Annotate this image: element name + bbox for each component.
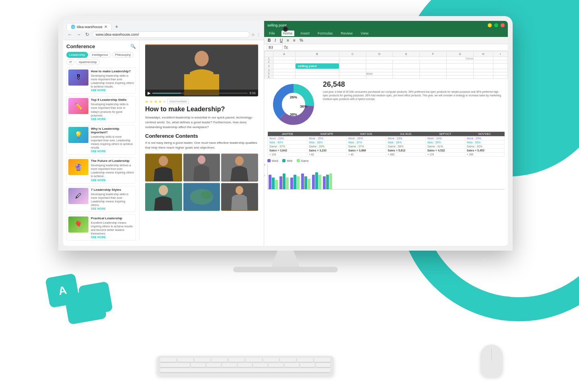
cell-f6[interactable] bbox=[420, 76, 447, 79]
cell-sales-jul[interactable]: Sales = 5,612 bbox=[386, 149, 425, 153]
cell-b1[interactable] bbox=[295, 57, 339, 60]
cell-work-jul[interactable]: Work : 23% bbox=[386, 137, 425, 141]
cell-sales-jan[interactable]: Sales = 3,842 bbox=[268, 149, 307, 153]
menu-icon[interactable]: ⋮ bbox=[257, 33, 261, 37]
see-more-2[interactable]: SEE MORE bbox=[91, 118, 134, 120]
cell-d1[interactable] bbox=[366, 57, 446, 60]
col-header-b[interactable]: B bbox=[295, 51, 339, 57]
cell-i1[interactable] bbox=[493, 57, 508, 60]
cell-web-mar[interactable]: Web : 36% bbox=[307, 141, 347, 145]
cell-web-nov[interactable]: Web : 39% bbox=[465, 141, 504, 145]
ribbon-tab-review[interactable]: Review bbox=[339, 31, 355, 36]
cell-work-jan[interactable]: Work : 23% bbox=[268, 137, 307, 141]
video-progress-bar[interactable] bbox=[152, 93, 248, 94]
cell-e2[interactable] bbox=[393, 60, 420, 63]
ribbon-tab-formulas[interactable]: Formulas bbox=[316, 31, 335, 36]
cell-g5[interactable] bbox=[447, 72, 474, 76]
list-item[interactable]: ✏️ Top 5 Leadership Skills Developing le… bbox=[66, 96, 136, 122]
see-more-4[interactable]: SEE MORE bbox=[91, 179, 134, 182]
cell-i3[interactable] bbox=[493, 63, 508, 69]
cell-reference[interactable]: B3 bbox=[267, 45, 283, 50]
cell-e4[interactable] bbox=[393, 69, 420, 72]
cell-a6[interactable] bbox=[273, 76, 295, 79]
video-controls[interactable]: ▶ 2:11 bbox=[145, 90, 258, 96]
cell-f4[interactable] bbox=[420, 69, 447, 72]
address-bar[interactable]: www.idea-warehouse.com/ bbox=[92, 31, 250, 38]
cell-web-may[interactable]: Web : 37% bbox=[347, 141, 386, 145]
cell-c5[interactable] bbox=[339, 72, 366, 76]
cell-sales-sep[interactable]: Sales = 4,522 bbox=[425, 149, 465, 153]
cell-f2[interactable] bbox=[420, 60, 447, 63]
list-item[interactable]: 🔮 The Future of Leadership Developing le… bbox=[66, 157, 136, 183]
cell-change-may[interactable]: + 43 bbox=[347, 153, 386, 157]
col-header-i[interactable]: I bbox=[493, 51, 508, 57]
cell-b2[interactable] bbox=[295, 60, 339, 63]
cell-game-may[interactable]: Game : 37% bbox=[347, 145, 386, 149]
cell-g4[interactable] bbox=[447, 69, 474, 72]
cell-b5[interactable] bbox=[295, 72, 339, 76]
ribbon-tab-home[interactable]: Home bbox=[281, 31, 294, 36]
cell-work-nov[interactable]: Work : 29% bbox=[465, 137, 504, 141]
cell-work-sep[interactable]: Work : 24% bbox=[425, 137, 465, 141]
col-header-d[interactable]: D bbox=[366, 51, 393, 57]
cell-sales-mar[interactable]: Sales = 3,233 bbox=[307, 149, 347, 153]
cell-a2[interactable] bbox=[273, 60, 295, 63]
cell-f3[interactable] bbox=[420, 63, 447, 69]
cell-d5[interactable]: Work bbox=[366, 72, 393, 76]
cell-c6[interactable] bbox=[339, 76, 366, 79]
cell-h2[interactable] bbox=[473, 60, 493, 63]
cell-d2[interactable] bbox=[366, 60, 393, 63]
main-video[interactable]: ▶ 2:11 bbox=[145, 44, 258, 96]
percent-btn[interactable]: % bbox=[298, 38, 304, 43]
filter-tag-intelligence[interactable]: Intelligence bbox=[89, 52, 111, 58]
cell-web-jan[interactable]: Web : 40% bbox=[268, 141, 307, 145]
filter-tag-philosophy[interactable]: Philosophy bbox=[112, 52, 133, 58]
close-btn[interactable] bbox=[501, 23, 505, 27]
col-header-a[interactable]: A bbox=[273, 51, 295, 57]
cell-change-jul[interactable]: + 383 bbox=[386, 153, 425, 157]
forward-button[interactable]: → bbox=[75, 31, 82, 38]
cell-h3[interactable] bbox=[473, 63, 493, 69]
cell-b3[interactable]: selling point bbox=[295, 63, 339, 69]
cell-c4[interactable] bbox=[339, 69, 366, 72]
see-more-3[interactable]: SEE MORE bbox=[91, 150, 134, 153]
font-underline-btn[interactable]: U bbox=[279, 38, 284, 43]
cell-g3[interactable] bbox=[447, 63, 474, 69]
minimize-btn[interactable] bbox=[488, 23, 492, 27]
browser-tab[interactable]: 🌐 idea-warehouse ✕ bbox=[66, 23, 112, 30]
font-bold-btn[interactable]: B bbox=[267, 38, 272, 43]
cell-i4[interactable] bbox=[493, 69, 508, 72]
cell-i6[interactable] bbox=[493, 76, 508, 79]
ribbon-tab-view[interactable]: View bbox=[359, 31, 370, 36]
cell-c2[interactable] bbox=[339, 60, 366, 63]
col-header-e[interactable]: E bbox=[393, 51, 420, 57]
cell-game-jan[interactable]: Game : 37% bbox=[268, 145, 307, 149]
video-play-btn[interactable]: ▶ bbox=[148, 91, 151, 95]
cell-change-nov[interactable]: + 295 bbox=[465, 153, 504, 157]
cell-a3[interactable] bbox=[273, 63, 295, 69]
cell-d3[interactable] bbox=[366, 63, 393, 69]
cell-a4[interactable] bbox=[273, 69, 295, 72]
filter-tag-it[interactable]: IT bbox=[66, 59, 75, 65]
cell-e6[interactable] bbox=[393, 76, 420, 79]
cell-change-jan[interactable]: + 154 bbox=[268, 153, 307, 157]
cell-c3[interactable] bbox=[339, 63, 366, 69]
cell-e5[interactable] bbox=[393, 72, 420, 76]
cell-a5[interactable] bbox=[273, 72, 295, 76]
list-item[interactable]: 🖊 7 Leadership Styles Developing leaders… bbox=[66, 186, 136, 212]
cell-work-may[interactable]: Work : 26% bbox=[347, 137, 386, 141]
cell-i2[interactable] bbox=[493, 60, 508, 63]
col-header-f[interactable]: F bbox=[420, 51, 447, 57]
cell-sales-nov[interactable]: Sales = 5,453 bbox=[465, 149, 504, 153]
bookmark-icon[interactable]: ☆ bbox=[251, 33, 255, 37]
col-header-g[interactable]: G bbox=[447, 51, 474, 57]
see-more-6[interactable]: SEE MORE bbox=[91, 236, 134, 239]
align-center-btn[interactable]: ≡ bbox=[292, 38, 297, 43]
col-header-h[interactable]: H bbox=[473, 51, 493, 57]
font-italic-btn[interactable]: I bbox=[273, 38, 277, 43]
cell-a1[interactable] bbox=[273, 57, 295, 60]
ribbon-tab-file[interactable]: File bbox=[267, 31, 277, 36]
cell-c1[interactable] bbox=[339, 57, 366, 60]
cell-change-sep[interactable]: + 176 bbox=[425, 153, 465, 157]
see-more-5[interactable]: SEE MORE bbox=[91, 207, 134, 210]
